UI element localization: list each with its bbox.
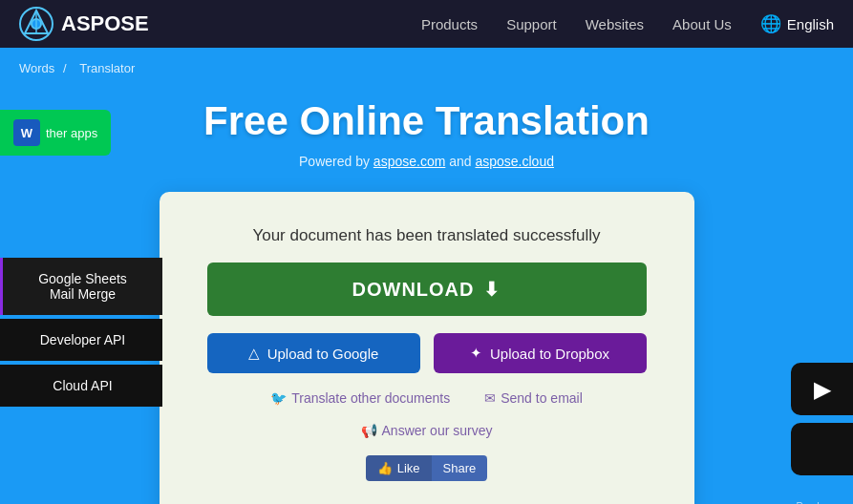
aspose-logo-icon [19,7,53,41]
fb-icon: 👍 [377,461,393,475]
powered-by: Powered by aspose.com and aspose.cloud [299,154,554,169]
globe-icon: 🌐 [760,13,781,34]
download-button[interactable]: DOWNLOAD ⬇ [207,262,647,316]
google-drive-icon: △ [248,345,260,362]
word-icon: W [13,119,40,146]
translate-icon: 🐦 [270,390,287,406]
breadcrumb: Words / Translator [0,48,853,89]
aspose-cloud-link[interactable]: aspose.cloud [475,154,554,169]
success-message: Your document has been translated succes… [252,226,600,245]
nav-about[interactable]: About Us [672,16,732,32]
aspose-com-link[interactable]: aspose.com [373,154,445,169]
other-apps-label: ther apps [46,126,97,140]
nav-websites[interactable]: Websites [586,16,644,32]
nav-products[interactable]: Products [421,16,478,32]
language-selector[interactable]: 🌐 English [760,13,834,34]
result-card: Your document has been translated succes… [160,192,694,504]
page-title: Free Online Translation [203,98,650,144]
side-menu: Google Sheets Mail Merge Developer API C… [0,258,162,407]
translate-other-link[interactable]: 🐦 Translate other documents [270,390,450,406]
google-play-badge[interactable]: ▶ [791,363,853,415]
links-row: 🐦 Translate other documents ✉ Send to em… [270,390,583,406]
language-label: English [787,16,834,32]
facebook-like-button[interactable]: 👍 Like [366,455,432,481]
send-email-link[interactable]: ✉ Send to email [484,390,583,406]
breadcrumb-words[interactable]: Words [19,61,54,75]
survey-icon: 📢 [361,423,377,438]
apple-store-badge[interactable] [791,423,853,475]
side-menu-item-developer[interactable]: Developer API [0,319,162,361]
side-panel-left: W ther apps [0,110,111,163]
survey-link[interactable]: 📢 Answer our survey [361,423,493,438]
brand-logo[interactable]: ASPOSE [19,7,149,41]
download-label: DOWNLOAD [352,279,475,301]
survey-row: 📢 Answer our survey [361,423,493,438]
navbar: ASPOSE Products Support Websites About U… [0,0,853,48]
facebook-row: 👍 Like Share [366,455,488,481]
email-icon: ✉ [484,390,496,406]
action-row: △ Upload to Google ✦ Upload to Dropbox [207,333,647,373]
nav-links: Products Support Websites About Us [421,16,732,32]
upload-dropbox-button[interactable]: ✦ Upload to Dropbox [434,333,647,373]
app-badges: ▶ [791,363,853,475]
breadcrumb-separator: / [63,61,70,75]
facebook-share-button[interactable]: Share [432,455,488,481]
dropbox-icon: ✦ [470,345,482,362]
google-play-icon: ▶ [814,376,831,403]
upload-google-button[interactable]: △ Upload to Google [207,333,420,373]
nav-support[interactable]: Support [506,16,557,32]
download-icon: ⬇ [483,278,501,301]
upload-dropbox-label: Upload to Dropbox [490,346,609,362]
side-menu-item-sheets[interactable]: Google Sheets Mail Merge [0,258,162,315]
brand-name: ASPOSE [61,11,149,36]
side-menu-item-cloud[interactable]: Cloud API [0,365,162,407]
other-apps-button[interactable]: W ther apps [0,110,111,156]
upload-google-label: Upload to Google [267,346,379,362]
breadcrumb-translator: Translator [79,61,135,75]
